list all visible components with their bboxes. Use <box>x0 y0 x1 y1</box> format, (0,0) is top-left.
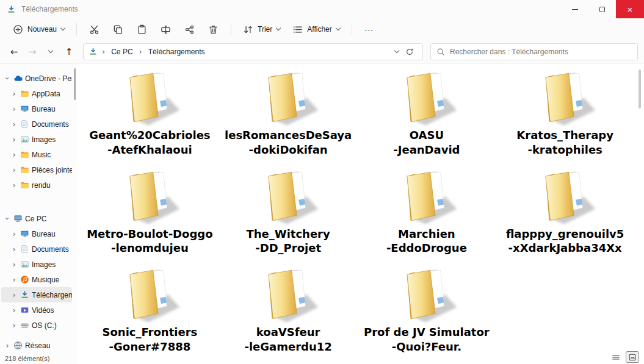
downloads-icon <box>89 47 98 56</box>
folder-item[interactable]: koaVSfeur -leGamerdu12 <box>219 265 358 354</box>
cut-button[interactable] <box>83 21 106 38</box>
sidebar-item-music[interactable]: › Music <box>1 147 72 162</box>
up-button[interactable]: ↑ <box>61 44 77 60</box>
chevron-down-icon <box>60 26 65 30</box>
sort-button[interactable]: Trier <box>237 21 286 38</box>
sidebar-item-appdata[interactable]: › AppData <box>1 86 72 101</box>
toolbar: Nouveau Trier Afficher <box>0 18 644 40</box>
folder-item[interactable]: OASU -JeanDavid <box>358 68 496 157</box>
view-toggles <box>609 351 639 363</box>
list-view-button[interactable] <box>609 351 623 363</box>
share-button[interactable] <box>178 21 201 38</box>
new-button[interactable]: Nouveau <box>7 21 70 38</box>
content-scrollbar-thumb[interactable] <box>639 70 641 109</box>
new-button-label: Nouveau <box>27 25 57 34</box>
maximize-button[interactable] <box>588 0 616 18</box>
folder-item[interactable]: lesRomancesDeSaya -dokiDokifan <box>219 68 358 157</box>
folder-item[interactable]: Geant%20Cabrioles -AtefKhalaoui <box>81 68 219 157</box>
sidebar-scrollbar[interactable] <box>73 66 77 362</box>
chevron-icon[interactable]: › <box>10 260 18 269</box>
sidebar-item-vid-os[interactable]: › Vidéos <box>1 302 72 318</box>
minimize-button[interactable] <box>561 0 588 18</box>
breadcrumb-separator: › <box>138 47 143 56</box>
folder-name-line2: -EddoDrogue <box>386 241 467 255</box>
folder-icon <box>533 167 598 226</box>
search-box[interactable] <box>430 43 638 60</box>
sidebar-item-documents[interactable]: › Documents <box>1 116 72 132</box>
sidebar-scrollbar-thumb[interactable] <box>74 68 76 100</box>
breadcrumb-current[interactable]: Téléchargements <box>147 46 207 57</box>
folder-name: flapppy_grenouilv5 -xXdarkJabba34Xx <box>506 227 624 256</box>
back-button[interactable]: ← <box>6 44 22 60</box>
folder-name-line1: Sonic_Frontiers <box>102 325 197 340</box>
sidebar-item-images[interactable]: › Images <box>1 132 72 147</box>
sidebar-item-bureau[interactable]: › Bureau <box>1 226 72 241</box>
sidebar-item-rendu[interactable]: › rendu <box>1 177 72 193</box>
chevron-icon[interactable]: › <box>10 104 18 113</box>
copy-button[interactable] <box>107 21 129 38</box>
breadcrumb-root[interactable]: Ce PC <box>109 46 134 57</box>
chevron-icon[interactable]: › <box>10 229 18 238</box>
toolbar-separator <box>76 23 77 35</box>
address-bar[interactable]: › Ce PC › Téléchargements <box>83 43 423 60</box>
copy-icon <box>113 24 123 35</box>
chevron-icon[interactable]: › <box>3 215 12 223</box>
sidebar-item-label: OneDrive - Perso <box>25 74 72 83</box>
sidebar-item-t-l-chargements[interactable]: › Téléchargements <box>1 287 72 302</box>
folder-item[interactable]: flapppy_grenouilv5 -xXdarkJabba34Xx <box>496 167 634 256</box>
chevron-icon[interactable]: › <box>10 135 18 144</box>
sidebar-item-bureau[interactable]: › Bureau <box>1 101 72 116</box>
folder-icon <box>394 265 459 324</box>
paste-button[interactable] <box>131 21 153 38</box>
view-button[interactable]: Afficher <box>287 21 345 38</box>
toolbar-separator <box>231 23 231 35</box>
sidebar-item-musique[interactable]: › Musique <box>1 272 72 287</box>
cut-icon <box>89 24 99 35</box>
chevron-down-icon <box>48 48 53 52</box>
sidebar-item-documents[interactable]: › Documents <box>1 241 72 257</box>
sidebar-item-ce-pc[interactable]: › Ce PC <box>1 211 72 226</box>
sidebar-item-images[interactable]: › Images <box>1 257 72 272</box>
chevron-icon[interactable]: › <box>10 321 18 330</box>
chevron-icon[interactable]: › <box>10 165 18 174</box>
rename-button[interactable] <box>154 21 177 38</box>
chevron-icon[interactable]: › <box>10 290 18 299</box>
recent-locations-button[interactable] <box>43 44 59 60</box>
folder-item[interactable]: Sonic_Frontiers -Goner#7888 <box>81 265 219 354</box>
sidebar-item-label: Documents <box>32 245 69 254</box>
more-button[interactable]: … <box>358 21 380 38</box>
chevron-icon[interactable]: › <box>4 341 11 350</box>
forward-button[interactable]: → <box>24 44 40 60</box>
sidebar-item-pi-ces-jointes[interactable]: › Pièces jointes <box>1 162 72 177</box>
listview-icon <box>612 353 620 362</box>
sidebar-item-r-seau[interactable]: › Réseau <box>1 338 72 353</box>
share-icon <box>184 24 195 35</box>
chevron-icon[interactable]: › <box>10 89 18 98</box>
chevron-icon[interactable]: › <box>10 150 18 159</box>
content-scrollbar[interactable] <box>637 67 642 360</box>
chevron-icon[interactable]: › <box>10 244 18 254</box>
close-button[interactable]: × <box>616 0 644 18</box>
search-input[interactable] <box>450 48 632 56</box>
view-options-icon <box>292 24 303 35</box>
chevron-icon[interactable]: › <box>10 180 18 190</box>
folder-icon <box>117 68 182 127</box>
chevron-icon[interactable]: › <box>10 120 18 129</box>
chevron-icon[interactable]: › <box>10 305 18 315</box>
delete-button[interactable] <box>202 21 225 38</box>
desktop-icon <box>20 104 29 113</box>
folder-item[interactable]: Kratos_Therapy -kratophiles <box>496 68 634 157</box>
folder-item[interactable]: Prof de JV Simulator -Quoi?Feur. <box>358 265 496 354</box>
refresh-button[interactable] <box>402 44 418 60</box>
status-items-count: 218 élément(s) <box>5 355 49 362</box>
chevron-icon[interactable]: › <box>3 75 12 82</box>
address-dropdown-icon[interactable] <box>394 48 399 52</box>
sidebar-item-onedrive-perso[interactable]: › OneDrive - Perso <box>1 71 72 86</box>
folder-item[interactable]: The_Witchery -DD_Projet <box>219 167 358 256</box>
sidebar-item-os-c[interactable]: › OS (C:) <box>1 318 72 333</box>
chevron-icon[interactable]: › <box>10 275 18 284</box>
folder-item[interactable]: Metro-Boulot-Doggo -lenomdujeu <box>81 167 219 256</box>
folder-icon <box>394 167 459 226</box>
large-view-button[interactable] <box>626 351 639 363</box>
folder-item[interactable]: Marchien -EddoDrogue <box>358 167 496 256</box>
